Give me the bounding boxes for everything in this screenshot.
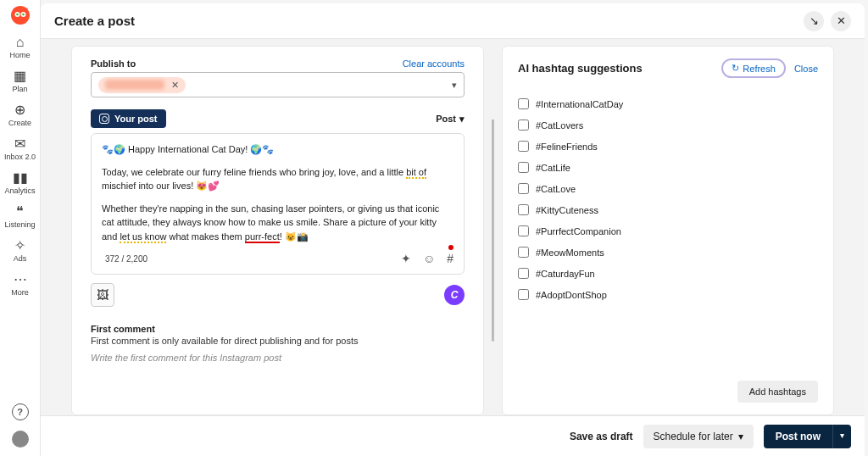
add-media-button[interactable]: 🖼 (91, 283, 114, 307)
chevron-down-icon[interactable]: ▾ (452, 80, 457, 91)
user-avatar[interactable] (12, 431, 29, 448)
more-icon: ⋯ (14, 273, 27, 286)
hashtag-item[interactable]: #FelineFriends (518, 136, 818, 157)
hashtag-checkbox[interactable] (518, 225, 529, 236)
account-chip: ✕ (98, 77, 186, 93)
schedule-button[interactable]: Schedule for later ▾ (643, 425, 754, 448)
chart-icon: ▮▮ (13, 171, 28, 185)
hashtag-icon[interactable]: # (447, 252, 453, 265)
sidebar: ⌂Home ▦Plan ⊕Create ✉Inbox 2.0 ▮▮Analyti… (0, 0, 41, 456)
refresh-icon: ↻ (732, 63, 739, 74)
svg-point-3 (16, 14, 19, 16)
chevron-down-icon: ▾ (459, 114, 465, 125)
hashtag-checkbox[interactable] (518, 183, 529, 194)
first-comment-label: First comment (91, 324, 465, 334)
nav-more[interactable]: ⋯More (0, 268, 41, 302)
hashtag-item[interactable]: #CatLovers (518, 114, 818, 136)
hashtag-title: AI hashtag suggestions (518, 62, 643, 75)
hashtag-checkbox[interactable] (518, 120, 529, 131)
publish-label: Publish to (91, 58, 136, 69)
hashtag-checkbox[interactable] (518, 247, 529, 258)
post-text[interactable]: 🐾🌍 Happy International Cat Day! 🌍🐾 Today… (102, 142, 453, 243)
hashtag-item[interactable]: #MeowMoments (518, 242, 818, 263)
megaphone-icon: ✧ (14, 239, 25, 253)
ai-sparkle-icon[interactable]: ✦ (401, 252, 411, 265)
char-count: 372 / 2,200 (102, 254, 147, 264)
post-type-select[interactable]: Post ▾ (436, 114, 465, 125)
nav-analytics[interactable]: ▮▮Analytics (0, 166, 41, 200)
close-hashtags-link[interactable]: Close (794, 64, 818, 74)
hashtag-checkbox[interactable] (518, 204, 529, 215)
help-icon[interactable]: ? (12, 403, 29, 420)
nav-inbox[interactable]: ✉Inbox 2.0 (0, 132, 41, 166)
first-comment-input[interactable]: Write the first comment for this Instagr… (91, 353, 465, 363)
nav-plan[interactable]: ▦Plan (0, 64, 41, 98)
account-name-redacted (105, 80, 164, 90)
calendar-icon: ▦ (14, 70, 26, 83)
hashtag-item[interactable]: #KittyCuteness (518, 199, 818, 220)
instagram-icon (99, 114, 109, 124)
first-comment-desc: First comment is only available for dire… (91, 336, 465, 346)
chevron-down-icon: ▾ (738, 431, 743, 442)
compose-panel: Publish to Clear accounts ✕ ▾ Your post (71, 46, 484, 415)
panel-divider (491, 46, 495, 415)
nav-listening[interactable]: ❝Listening (0, 200, 41, 234)
remove-account-icon[interactable]: ✕ (171, 80, 179, 91)
your-post-tab[interactable]: Your post (91, 109, 166, 128)
svg-point-4 (22, 14, 25, 16)
hashtag-item[interactable]: #CatLove (518, 178, 818, 199)
recording-indicator (448, 245, 453, 250)
post-now-button[interactable]: Post now (764, 425, 832, 448)
save-draft-button[interactable]: Save as draft (570, 431, 633, 442)
app-logo (10, 5, 31, 25)
nav-ads[interactable]: ✧Ads (0, 234, 41, 268)
nav-create[interactable]: ⊕Create (0, 98, 41, 132)
clear-accounts-link[interactable]: Clear accounts (403, 58, 465, 69)
canva-button[interactable]: C (444, 285, 465, 305)
hashtag-item[interactable]: #CatLife (518, 157, 818, 178)
inbox-icon: ✉ (14, 137, 25, 151)
post-now-dropdown[interactable]: ▾ (832, 425, 851, 448)
hashtag-item[interactable]: #CaturdayFun (518, 263, 818, 284)
hashtag-checkbox[interactable] (518, 268, 529, 279)
hashtag-panel: AI hashtag suggestions ↻ Refresh Close #… (502, 46, 834, 415)
account-select[interactable]: ✕ ▾ (91, 72, 465, 97)
hashtag-list: #InternationalCatDay #CatLovers #FelineF… (518, 93, 818, 375)
hashtag-item[interactable]: #PurrfectCompanion (518, 220, 818, 242)
hashtag-checkbox[interactable] (518, 289, 529, 300)
minimize-button[interactable]: ↘ (804, 11, 824, 31)
footer: Save as draft Schedule for later ▾ Post … (41, 415, 865, 456)
home-icon: ⌂ (16, 36, 25, 49)
close-button[interactable]: ✕ (831, 11, 851, 31)
nav-home[interactable]: ⌂Home (0, 31, 41, 64)
hashtag-checkbox[interactable] (518, 98, 529, 109)
hashtag-checkbox[interactable] (518, 162, 529, 173)
post-editor[interactable]: 🐾🌍 Happy International Cat Day! 🌍🐾 Today… (91, 133, 465, 275)
hashtag-item[interactable]: #InternationalCatDay (518, 93, 818, 114)
refresh-button[interactable]: ↻ Refresh (721, 58, 786, 78)
add-hashtags-button[interactable]: Add hashtags (737, 381, 818, 403)
page-title: Create a post (54, 14, 135, 28)
hashtag-checkbox[interactable] (518, 141, 529, 152)
bulb-icon: ❝ (16, 205, 24, 219)
hashtag-item[interactable]: #AdoptDontShop (518, 284, 818, 305)
topbar: Create a post ↘ ✕ (41, 3, 865, 39)
plus-circle-icon: ⊕ (14, 103, 25, 117)
emoji-icon[interactable]: ☺ (423, 252, 435, 265)
